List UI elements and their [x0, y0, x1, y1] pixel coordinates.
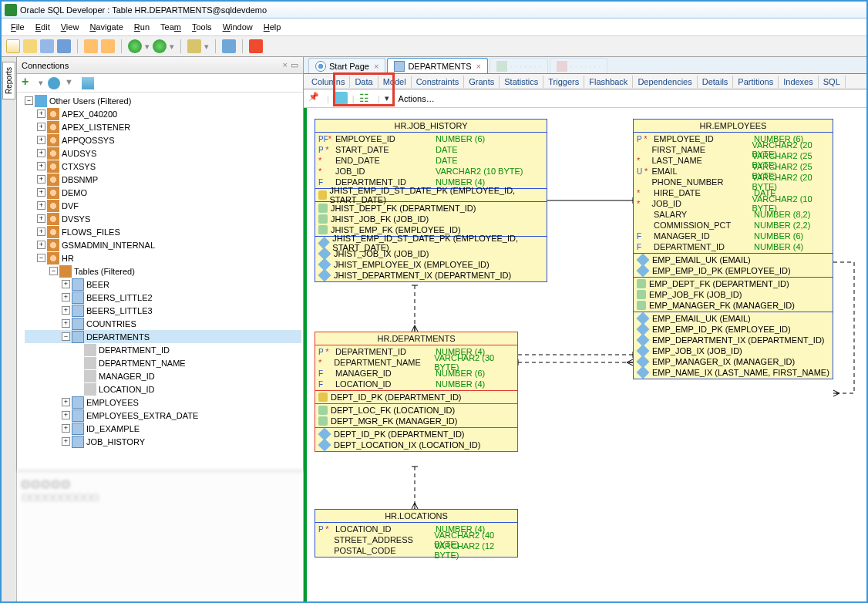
new-button[interactable]: [6, 39, 20, 53]
filter-button[interactable]: ▼: [65, 77, 77, 89]
entity-job-history[interactable]: HR.JOB_HISTORYPF*EMPLOYEE_IDNUMBER (6)P …: [315, 119, 547, 282]
tree-table-employees[interactable]: +EMPLOYEES: [25, 396, 301, 409]
layout-button[interactable]: ☷: [359, 92, 373, 106]
titlebar: Oracle SQL Developer : Table HR.DEPARTME…: [2, 2, 866, 19]
connections-header: Connections ×▭: [17, 57, 303, 74]
menu-window[interactable]: Window: [218, 21, 257, 33]
model-diagram[interactable]: HR.JOB_HISTORYPF*EMPLOYEE_IDNUMBER (6)P …: [304, 108, 866, 601]
tab-ghost-1[interactable]: · · · · · · ·: [490, 58, 548, 73]
window-title: Oracle SQL Developer : Table HR.DEPARTME…: [20, 5, 267, 15]
tree-user-dbsnmp[interactable]: +DBSNMP: [25, 173, 301, 186]
entity-departments[interactable]: HR.DEPARTMENTSP *DEPARTMENT_IDNUMBER (4)…: [315, 332, 518, 452]
subtab-columns[interactable]: Columns: [307, 76, 350, 88]
tree-col-department_id[interactable]: DEPARTMENT_ID: [25, 343, 301, 356]
entity-employees[interactable]: HR.EMPLOYEESP *EMPLOYEE_IDNUMBER (6)FIRS…: [633, 119, 833, 379]
table-icon: [394, 61, 405, 72]
close-icon[interactable]: ×: [374, 62, 378, 71]
tab-departments[interactable]: DEPARTMENTS×: [387, 58, 488, 73]
tree-user-audsys[interactable]: +AUDSYS: [25, 147, 301, 160]
menu-team[interactable]: Team: [156, 21, 186, 33]
menu-help[interactable]: Help: [259, 21, 286, 33]
tree-user-demo[interactable]: +DEMO: [25, 186, 301, 199]
find-button[interactable]: [222, 39, 236, 53]
menu-navigate[interactable]: Navigate: [85, 21, 127, 33]
tree-user-ctxsys[interactable]: +CTXSYS: [25, 160, 301, 173]
subtab-grants[interactable]: Grants: [464, 76, 500, 88]
left-rail: Reports: [2, 57, 17, 601]
tree-user-gsmadmin_internal[interactable]: +GSMADMIN_INTERNAL: [25, 238, 301, 251]
subtab-triggers[interactable]: Triggers: [543, 76, 584, 88]
subtab-partitions[interactable]: Partitions: [733, 76, 779, 88]
tree-user-apex_listener[interactable]: +APEX_LISTENER: [25, 120, 301, 133]
connections-toolbar: +▾ ▼: [17, 74, 303, 93]
zoom-button[interactable]: [334, 92, 348, 106]
save-all-button[interactable]: [57, 39, 71, 53]
subtab-model[interactable]: Model: [378, 76, 412, 88]
model-toolbar: 📌 | | ☷ | ▾ Actions…: [304, 89, 866, 108]
tree-tables[interactable]: −Tables (Filtered): [25, 264, 301, 278]
reports-rail-tab[interactable]: Reports: [2, 62, 15, 99]
lower-panel: ▢ ▢ ▢ ▢ ▢ ▢▢▢▢▢▢▢▢▢▢: [17, 470, 303, 601]
tree-user-apex_040200[interactable]: +APEX_040200: [25, 107, 301, 120]
tree-table-beer[interactable]: +BEER: [25, 278, 301, 291]
menu-run[interactable]: Run: [130, 21, 154, 33]
menu-tools[interactable]: Tools: [187, 21, 217, 33]
sql-worksheet-button[interactable]: [187, 39, 201, 53]
connections-tree[interactable]: −Other Users (Filtered)+APEX_040200+APEX…: [17, 93, 303, 470]
panel-minimize-icon[interactable]: ▭: [291, 60, 298, 69]
panel-close-icon[interactable]: ×: [283, 60, 288, 69]
subtab-data[interactable]: Data: [350, 76, 378, 88]
redo-button[interactable]: [101, 39, 115, 53]
close-icon[interactable]: ×: [476, 62, 481, 71]
menu-view[interactable]: View: [56, 21, 84, 33]
main-toolbar: ▾ ▾ ▾: [2, 35, 866, 57]
tree-col-manager_id[interactable]: MANAGER_ID: [25, 369, 301, 382]
pin-button[interactable]: 📌: [308, 92, 322, 106]
tree-user-flows_files[interactable]: +FLOWS_FILES: [25, 225, 301, 238]
back-button[interactable]: [128, 39, 142, 53]
open-button[interactable]: [23, 39, 37, 53]
tns-button[interactable]: [82, 77, 94, 89]
tree-user-appqossys[interactable]: +APPQOSSYS: [25, 133, 301, 147]
undo-button[interactable]: [84, 39, 98, 53]
tree-col-location_id[interactable]: LOCATION_ID: [25, 382, 301, 396]
tab-ghost-2[interactable]: · · · · · · ·: [550, 58, 608, 73]
subtab-sql[interactable]: SQL: [819, 76, 846, 88]
object-subtabs: ColumnsDataModelConstraintsGrantsStatist…: [304, 74, 866, 89]
start-page-icon: [315, 61, 326, 72]
subtab-flashback[interactable]: Flashback: [584, 76, 633, 88]
tab-start-page[interactable]: Start Page×: [308, 58, 385, 73]
editor-area: Start Page× DEPARTMENTS× · · · · · · · ·…: [304, 57, 866, 601]
tree-col-department_name[interactable]: DEPARTMENT_NAME: [25, 356, 301, 369]
new-connection-button[interactable]: +: [22, 77, 34, 89]
subtab-indexes[interactable]: Indexes: [779, 76, 819, 88]
subtab-details[interactable]: Details: [698, 76, 734, 88]
forward-button[interactable]: [153, 39, 167, 53]
document-tabs: Start Page× DEPARTMENTS× · · · · · · · ·…: [304, 57, 866, 74]
menubar: FFileile Edit View Navigate Run Team Too…: [2, 19, 866, 35]
tree-table-employees_extra_date[interactable]: +EMPLOYEES_EXTRA_DATE: [25, 409, 301, 422]
tree-table-departments[interactable]: −DEPARTMENTS: [25, 330, 301, 343]
entity-locations[interactable]: HR.LOCATIONSP *LOCATION_IDNUMBER (4)STRE…: [315, 509, 518, 558]
actions-button[interactable]: Actions…: [399, 94, 435, 103]
tree-user-dvf[interactable]: +DVF: [25, 199, 301, 212]
tree-user-hr[interactable]: −HR: [25, 251, 301, 264]
tree-table-id_example[interactable]: +ID_EXAMPLE: [25, 422, 301, 435]
subtab-dependencies[interactable]: Dependencies: [633, 76, 697, 88]
tree-table-beers_little3[interactable]: +BEERS_LITTLE3: [25, 304, 301, 317]
save-button[interactable]: [40, 39, 54, 53]
app-icon: [5, 4, 17, 16]
menu-file[interactable]: FFileile: [6, 21, 29, 33]
tree-user-dvsys[interactable]: +DVSYS: [25, 212, 301, 225]
tree-table-beers_little2[interactable]: +BEERS_LITTLE2: [25, 291, 301, 304]
stop-button[interactable]: [249, 39, 263, 53]
connections-title: Connections: [22, 61, 69, 70]
menu-edit[interactable]: Edit: [31, 21, 55, 33]
connections-panel: Connections ×▭ +▾ ▼ −Other Users (Filter…: [17, 57, 304, 601]
tree-table-countries[interactable]: +COUNTRIES: [25, 317, 301, 330]
tree-other-users[interactable]: −Other Users (Filtered): [25, 94, 301, 107]
subtab-statistics[interactable]: Statistics: [500, 76, 543, 88]
subtab-constraints[interactable]: Constraints: [412, 76, 465, 88]
tree-table-job_history[interactable]: +JOB_HISTORY: [25, 435, 301, 448]
refresh-button[interactable]: [48, 77, 60, 89]
